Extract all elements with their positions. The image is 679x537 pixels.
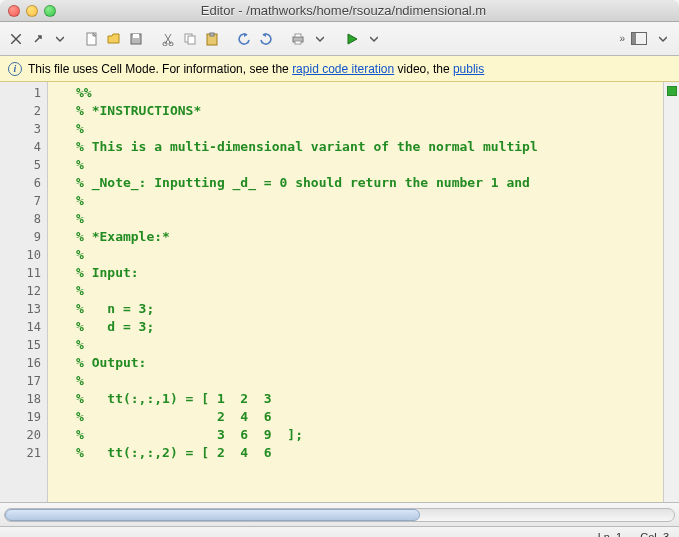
line-number: 10: [2, 246, 41, 264]
status-bar: Ln 1 Col 3: [0, 526, 679, 537]
titlebar: Editor - /mathworks/home/rsouza/ndimensi…: [0, 0, 679, 22]
code-line[interactable]: %: [76, 210, 663, 228]
hscroll-track[interactable]: [4, 508, 675, 522]
cut-button[interactable]: [158, 30, 178, 48]
line-number: 17: [2, 372, 41, 390]
line-number: 16: [2, 354, 41, 372]
minimize-window-button[interactable]: [26, 5, 38, 17]
info-bar: i This file uses Cell Mode. For informat…: [0, 56, 679, 82]
code-line[interactable]: % *INSTRUCTIONS*: [76, 102, 663, 120]
code-line[interactable]: % _Note_: Inputting _d_ = 0 should retur…: [76, 174, 663, 192]
line-number: 18: [2, 390, 41, 408]
code-line[interactable]: % tt(:,:,1) = [ 1 2 3: [76, 390, 663, 408]
link-rapid-code-iteration[interactable]: rapid code iteration: [292, 62, 394, 76]
window-controls: [0, 5, 56, 17]
layout-button[interactable]: [631, 32, 647, 45]
run-button[interactable]: [342, 30, 362, 48]
editor-area: 123456789101112131415161718192021 %%% *I…: [0, 82, 679, 502]
code-line[interactable]: % 3 6 9 ];: [76, 426, 663, 444]
svg-rect-12: [295, 34, 301, 37]
code-health-strip[interactable]: [663, 82, 679, 502]
window-title: Editor - /mathworks/home/rsouza/ndimensi…: [56, 3, 679, 18]
svg-rect-8: [188, 36, 195, 44]
hscroll-thumb[interactable]: [5, 509, 420, 521]
line-number: 12: [2, 282, 41, 300]
status-line: Ln 1: [598, 531, 623, 537]
save-button[interactable]: [126, 30, 146, 48]
code-health-indicator: [667, 86, 677, 96]
dock-dropdown-icon[interactable]: [50, 30, 70, 48]
info-text: This file uses Cell Mode. For informatio…: [28, 62, 484, 76]
code-line[interactable]: %%: [76, 84, 663, 102]
code-line[interactable]: %: [76, 120, 663, 138]
code-line[interactable]: % Output:: [76, 354, 663, 372]
undo-button[interactable]: [234, 30, 254, 48]
layout-dropdown-icon[interactable]: [653, 30, 673, 48]
info-icon: i: [8, 62, 22, 76]
line-number: 7: [2, 192, 41, 210]
line-number: 14: [2, 318, 41, 336]
line-number: 11: [2, 264, 41, 282]
line-number: 15: [2, 336, 41, 354]
toolbar: »: [0, 22, 679, 56]
copy-button[interactable]: [180, 30, 200, 48]
code-line[interactable]: % 2 4 6: [76, 408, 663, 426]
code-line[interactable]: %: [76, 372, 663, 390]
line-number: 13: [2, 300, 41, 318]
close-window-button[interactable]: [8, 5, 20, 17]
link-publishing[interactable]: publis: [453, 62, 484, 76]
code-line[interactable]: % This is a multi-dimensional variant of…: [76, 138, 663, 156]
svg-rect-10: [210, 33, 214, 36]
code-line[interactable]: %: [76, 336, 663, 354]
svg-rect-4: [133, 34, 139, 38]
svg-rect-13: [295, 41, 301, 44]
line-number-gutter: 123456789101112131415161718192021: [0, 82, 48, 502]
line-number: 20: [2, 426, 41, 444]
print-dropdown-icon[interactable]: [310, 30, 330, 48]
paste-button[interactable]: [202, 30, 222, 48]
line-number: 2: [2, 102, 41, 120]
code-line[interactable]: %: [76, 192, 663, 210]
code-line[interactable]: %: [76, 282, 663, 300]
line-number: 9: [2, 228, 41, 246]
code-line[interactable]: %: [76, 156, 663, 174]
zoom-window-button[interactable]: [44, 5, 56, 17]
line-number: 6: [2, 174, 41, 192]
line-number: 8: [2, 210, 41, 228]
dock-close-icon[interactable]: [6, 30, 26, 48]
print-button[interactable]: [288, 30, 308, 48]
breakpoint-margin[interactable]: [48, 82, 76, 502]
code-line[interactable]: % *Example:*: [76, 228, 663, 246]
code-line[interactable]: % Input:: [76, 264, 663, 282]
code-line[interactable]: % d = 3;: [76, 318, 663, 336]
dock-out-icon[interactable]: [28, 30, 48, 48]
code-line[interactable]: %: [76, 246, 663, 264]
code-line[interactable]: % tt(:,:,2) = [ 2 4 6: [76, 444, 663, 462]
code-line[interactable]: % n = 3;: [76, 300, 663, 318]
line-number: 21: [2, 444, 41, 462]
new-file-button[interactable]: [82, 30, 102, 48]
line-number: 4: [2, 138, 41, 156]
open-file-button[interactable]: [104, 30, 124, 48]
horizontal-scrollbar[interactable]: [0, 502, 679, 526]
line-number: 5: [2, 156, 41, 174]
line-number: 1: [2, 84, 41, 102]
line-number: 3: [2, 120, 41, 138]
redo-button[interactable]: [256, 30, 276, 48]
line-number: 19: [2, 408, 41, 426]
toolbar-overflow-icon[interactable]: »: [619, 33, 625, 44]
status-col: Col 3: [640, 531, 669, 537]
code-editor[interactable]: %%% *INSTRUCTIONS*%% This is a multi-dim…: [76, 82, 663, 502]
run-dropdown-icon[interactable]: [364, 30, 384, 48]
